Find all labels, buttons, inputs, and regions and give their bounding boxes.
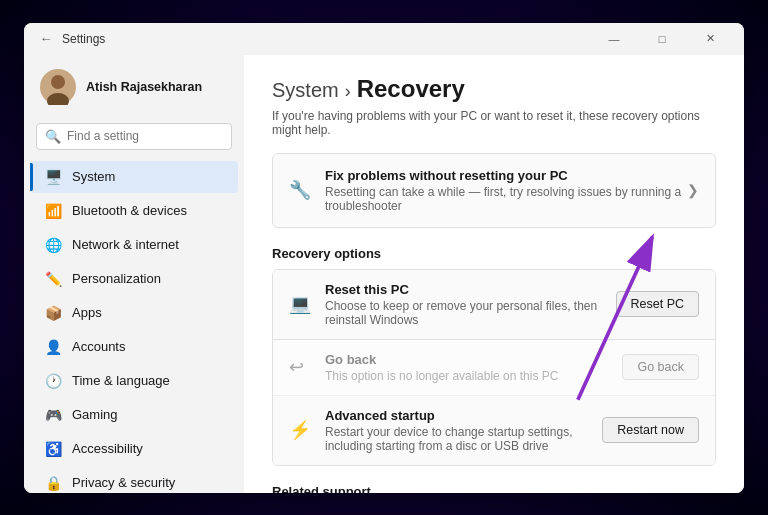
sidebar-item-label: Accounts (72, 339, 125, 354)
sidebar-item-apps[interactable]: 📦 Apps (30, 297, 238, 329)
sidebar-item-network[interactable]: 🌐 Network & internet (30, 229, 238, 261)
avatar (40, 69, 76, 105)
sidebar-item-label: Personalization (72, 271, 161, 286)
accounts-icon: 👤 (44, 338, 62, 356)
username: Atish Rajasekharan (86, 80, 202, 94)
user-section: Atish Rajasekharan (24, 55, 244, 119)
reset-pc-button[interactable]: Reset PC (616, 291, 700, 317)
fix-card-title: Fix problems without resetting your PC (325, 168, 687, 183)
reset-desc: Choose to keep or remove your personal f… (325, 299, 604, 327)
search-icon: 🔍 (45, 129, 61, 144)
breadcrumb-parent: System (272, 79, 339, 102)
main-content: System › Recovery If you're having probl… (244, 55, 744, 493)
recovery-options-label: Recovery options (272, 246, 716, 261)
sidebar-item-accounts[interactable]: 👤 Accounts (30, 331, 238, 363)
advanced-icon: ⚡ (289, 419, 313, 441)
related-support-label: Related support (272, 484, 716, 493)
sidebar-item-gaming[interactable]: 🎮 Gaming (30, 399, 238, 431)
fix-card-chevron-icon: ❯ (687, 182, 699, 198)
sidebar-item-time[interactable]: 🕐 Time & language (30, 365, 238, 397)
network-icon: 🌐 (44, 236, 62, 254)
breadcrumb-separator: › (345, 81, 351, 102)
back-button[interactable]: ← (36, 29, 56, 49)
sidebar-item-label: Bluetooth & devices (72, 203, 187, 218)
search-input[interactable] (67, 129, 223, 143)
page-subtitle: If you're having problems with your PC o… (272, 109, 716, 137)
personalization-icon: ✏️ (44, 270, 62, 288)
window-controls: — □ ✕ (592, 23, 732, 55)
sidebar: Atish Rajasekharan 🔍 🖥️ System 📶 Bluetoo… (24, 55, 244, 493)
sidebar-item-label: Time & language (72, 373, 170, 388)
system-icon: 🖥️ (44, 168, 62, 186)
restart-now-button[interactable]: Restart now (602, 417, 699, 443)
sidebar-item-label: System (72, 169, 115, 184)
go-back-option: ↩ Go back This option is no longer avail… (273, 340, 715, 396)
goback-desc: This option is no longer available on th… (325, 369, 610, 383)
titlebar-title: Settings (62, 32, 105, 46)
advanced-desc: Restart your device to change startup se… (325, 425, 590, 453)
apps-icon: 📦 (44, 304, 62, 322)
reset-pc-option: 💻 Reset this PC Choose to keep or remove… (273, 270, 715, 340)
close-button[interactable]: ✕ (688, 23, 732, 55)
reset-title: Reset this PC (325, 282, 604, 297)
sidebar-item-bluetooth[interactable]: 📶 Bluetooth & devices (30, 195, 238, 227)
fix-card-text: Fix problems without resetting your PC R… (325, 168, 687, 213)
advanced-startup-option: ⚡ Advanced startup Restart your device t… (273, 396, 715, 465)
maximize-button[interactable]: □ (640, 23, 684, 55)
sidebar-item-label: Accessibility (72, 441, 143, 456)
reset-text: Reset this PC Choose to keep or remove y… (325, 282, 604, 327)
fix-card-desc: Resetting can take a while — first, try … (325, 185, 687, 213)
sidebar-item-label: Gaming (72, 407, 118, 422)
goback-icon: ↩ (289, 356, 313, 378)
sidebar-item-accessibility[interactable]: ♿ Accessibility (30, 433, 238, 465)
goback-text: Go back This option is no longer availab… (325, 352, 610, 383)
svg-point-1 (51, 75, 65, 89)
go-back-button[interactable]: Go back (622, 354, 699, 380)
bluetooth-icon: 📶 (44, 202, 62, 220)
goback-title: Go back (325, 352, 610, 367)
accessibility-icon: ♿ (44, 440, 62, 458)
gaming-icon: 🎮 (44, 406, 62, 424)
recovery-options-container: 💻 Reset this PC Choose to keep or remove… (272, 269, 716, 466)
advanced-title: Advanced startup (325, 408, 590, 423)
reset-icon: 💻 (289, 293, 313, 315)
search-box[interactable]: 🔍 (36, 123, 232, 150)
sidebar-item-privacy[interactable]: 🔒 Privacy & security (30, 467, 238, 493)
sidebar-item-label: Apps (72, 305, 102, 320)
minimize-button[interactable]: — (592, 23, 636, 55)
page-header: System › Recovery (272, 75, 716, 103)
sidebar-item-label: Network & internet (72, 237, 179, 252)
fix-icon: 🔧 (289, 179, 311, 201)
page-title: Recovery (357, 75, 465, 103)
time-icon: 🕐 (44, 372, 62, 390)
fix-problems-card[interactable]: 🔧 Fix problems without resetting your PC… (272, 153, 716, 228)
sidebar-item-label: Privacy & security (72, 475, 175, 490)
advanced-text: Advanced startup Restart your device to … (325, 408, 590, 453)
titlebar: ← Settings — □ ✕ (24, 23, 744, 55)
sidebar-item-system[interactable]: 🖥️ System (30, 161, 238, 193)
privacy-icon: 🔒 (44, 474, 62, 492)
sidebar-item-personalization[interactable]: ✏️ Personalization (30, 263, 238, 295)
